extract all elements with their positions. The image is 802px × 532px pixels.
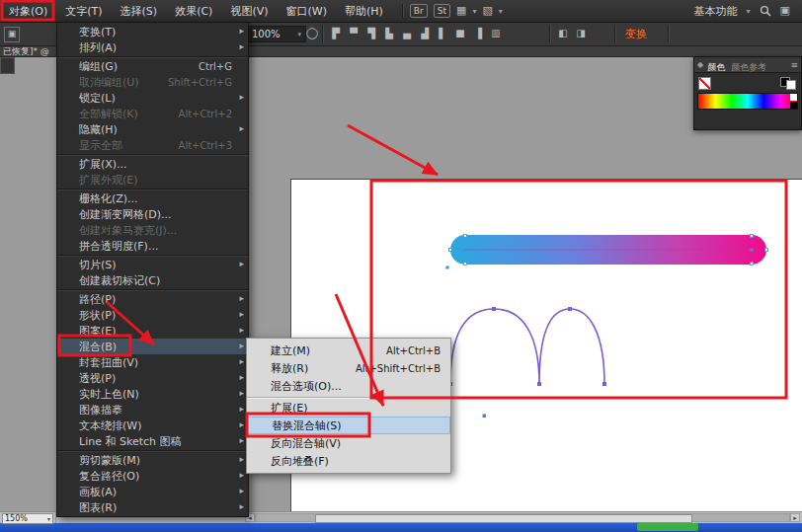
white-swatch[interactable] — [786, 80, 796, 90]
menubar-menu[interactable]: 窗口(W) — [278, 0, 336, 22]
distribute-right-icon[interactable]: ▐ — [470, 25, 486, 41]
align-horizontal-center-icon[interactable]: ▀ — [346, 25, 361, 41]
align-vertical-bottom-icon[interactable]: ▟ — [417, 25, 433, 41]
blend-spine-arcs[interactable] — [450, 309, 604, 384]
object-menu-item[interactable]: 混合(B) ▸ — [57, 339, 248, 354]
scrollbar-thumb[interactable] — [315, 514, 692, 523]
object-menu-item[interactable]: 扩展外观(E) ▸ — [57, 172, 248, 188]
object-menu-item[interactable]: 隐藏(H) ▸ — [57, 121, 248, 137]
icon-glyph: ▄ — [403, 28, 411, 38]
arrange-documents-icon[interactable]: ▦ — [456, 5, 466, 17]
blend-submenu-item[interactable]: 替换混合轴(S) — [247, 417, 450, 434]
windows-taskbar[interactable] — [0, 522, 802, 532]
menubar-menu[interactable]: 视图(V) — [221, 0, 277, 22]
menu-item-label: 变换(T) — [79, 25, 116, 39]
object-menu-item[interactable]: 创建对象马赛克(J)... ▸ — [57, 222, 248, 238]
object-menu-item[interactable]: 扩展(X)... ▸ — [57, 156, 248, 172]
object-menu-item[interactable]: 栅格化(Z)... ▸ — [57, 190, 248, 206]
object-menu-item[interactable]: 图案(E) ▸ — [57, 323, 248, 339]
object-menu-item[interactable]: 剪切蒙版(M) ▸ — [57, 452, 248, 468]
scroll-right-button[interactable]: ▸ — [790, 513, 800, 522]
menubar-menu[interactable]: 效果(C) — [166, 0, 221, 22]
object-menu-item[interactable]: 变换(T) ▸ — [57, 24, 248, 39]
object-menu-item[interactable]: 路径(P) ▸ — [57, 291, 248, 307]
align-horizontal-left-icon[interactable]: ▛ — [328, 25, 344, 41]
object-menu-item[interactable]: 全部解锁(K) Alt+Ctrl+2 ▸ — [57, 106, 248, 121]
object-menu-item[interactable]: 编组(G) Ctrl+G ▸ — [57, 58, 248, 74]
bridge-icon[interactable]: Br — [410, 4, 428, 18]
object-menu-item[interactable]: 创建渐变网格(D)... ▸ — [57, 206, 248, 222]
menu-item-label: 实时上色(N) — [79, 387, 139, 402]
object-menu-item[interactable]: 透视(P) ▸ — [57, 370, 248, 386]
workspace-switcher[interactable]: 基本功能 — [694, 4, 738, 19]
align-vertical-center-icon[interactable]: ▄ — [399, 25, 415, 41]
pathfinder-icon[interactable]: ◨ — [573, 25, 589, 41]
object-menu-item[interactable]: 实时上色(N) ▸ — [57, 386, 248, 402]
object-menu-item[interactable]: 拼合透明度(F)... ▸ — [57, 238, 248, 254]
screen-mode-icon[interactable]: ▧ — [482, 5, 492, 17]
menubar-menu[interactable]: 选择(S) — [112, 0, 167, 22]
object-menu-item[interactable]: 形状(P) ▸ — [57, 307, 248, 323]
color-panel-tab[interactable]: 颜色参考 — [731, 55, 766, 74]
taskbar-button[interactable] — [637, 523, 698, 531]
submenu-arrow-icon: ▸ — [239, 388, 244, 398]
opacity-value: 100% — [252, 29, 281, 39]
distribute-center-icon[interactable]: ■ — [452, 25, 468, 41]
blend-submenu-item[interactable]: 反向混合轴(V) — [247, 434, 450, 452]
color-spectrum-ramp[interactable] — [697, 93, 798, 110]
blend-submenu-item[interactable]: 建立(M) Alt+Ctrl+B — [247, 342, 450, 359]
menu-item-label: 复合路径(O) — [79, 469, 139, 484]
object-menu-item[interactable]: 切片(S) ▸ — [57, 257, 248, 272]
status-zoom-select[interactable]: 150% ▾ — [2, 513, 53, 524]
submenu-arrow-icon: ▸ — [239, 470, 244, 480]
align-horizontal-right-icon[interactable]: ▜ — [363, 25, 379, 41]
panel-tab-icon: ◆ — [697, 60, 703, 69]
opacity-zoom-field[interactable]: 100% ▾ — [247, 26, 306, 42]
object-menu-item[interactable]: 取消编组(U) Shift+Ctrl+G ▸ — [57, 74, 248, 90]
object-menu-item[interactable]: Line 和 Sketch 图稿 ▸ — [57, 433, 248, 449]
blend-submenu-item[interactable]: 扩展(E) — [247, 399, 450, 417]
horizontal-scrollbar: ◂ ▸ — [245, 513, 800, 522]
object-menu-item[interactable]: 复合路径(O) ▸ — [57, 468, 248, 484]
blend-submenu-item[interactable]: 混合选项(O)... — [247, 377, 450, 395]
chevron-down-icon[interactable]: ▾ — [499, 7, 503, 16]
black-corner-swatch[interactable] — [790, 102, 797, 109]
shape-mode-icon[interactable]: ◧ — [555, 25, 571, 41]
distribute-left-icon[interactable]: ▌ — [435, 25, 450, 41]
search-icon[interactable] — [760, 5, 771, 17]
white-corner-swatch[interactable] — [790, 94, 797, 101]
menubar-menu[interactable]: 帮助(H) — [336, 0, 392, 22]
object-menu-item[interactable]: 图像描摹 ▸ — [57, 402, 248, 418]
object-menu-item[interactable]: 显示全部 Alt+Ctrl+3 ▸ — [57, 137, 248, 153]
distribute-spacing-icon[interactable]: ▥ — [488, 25, 504, 41]
stock-icon[interactable]: St — [434, 4, 450, 18]
color-panel-tab[interactable]: 颜色 — [707, 55, 725, 74]
object-menu-item[interactable]: 图表(R) ▸ — [57, 499, 248, 515]
menu-item-shortcut: Alt+Shift+Ctrl+B — [356, 363, 441, 374]
menubar-menu[interactable]: 对象(O) — [0, 0, 56, 22]
menubar-right: 基本功能 ▾ ▣ — [694, 4, 802, 19]
object-menu-item[interactable]: 封套扭曲(V) ▸ — [57, 354, 248, 370]
submenu-arrow-icon: ▸ — [239, 372, 244, 382]
scrollbar-track[interactable] — [255, 513, 790, 522]
blend-submenu-item[interactable]: 反向堆叠(F) — [247, 452, 450, 470]
none-swatch[interactable] — [698, 77, 711, 90]
object-menu-item[interactable]: 文本绕排(W) ▸ — [57, 418, 248, 433]
submenu-arrow-icon: ▸ — [239, 92, 244, 102]
collapsed-panel-icon[interactable] — [0, 57, 15, 74]
object-menu-item[interactable]: 排列(A) ▸ — [57, 39, 248, 55]
menu-item-label: 编组(G) — [79, 59, 118, 74]
transform-link[interactable]: 变换 — [625, 27, 647, 41]
menubar-menu[interactable]: 文字(T) — [56, 0, 111, 22]
blend-submenu-item[interactable]: 释放(R) Alt+Shift+Ctrl+B — [247, 359, 450, 377]
icon-glyph: ▟ — [421, 28, 429, 38]
chevron-down-icon[interactable]: ▾ — [747, 7, 751, 16]
chevron-down-icon[interactable]: ▾ — [472, 7, 476, 16]
panel-menu-icon[interactable]: ≡ — [790, 60, 798, 70]
object-menu-item[interactable]: 画板(A) ▸ — [57, 484, 248, 499]
align-vertical-top-icon[interactable]: ▙ — [381, 25, 397, 41]
object-menu-item[interactable]: 创建裁切标记(C) ▸ — [57, 272, 248, 288]
style-circle-icon[interactable]: ◯ — [306, 27, 318, 39]
object-menu-item[interactable]: 锁定(L) ▸ — [57, 90, 248, 106]
panel-dock-icon[interactable]: ▣ — [780, 5, 790, 17]
